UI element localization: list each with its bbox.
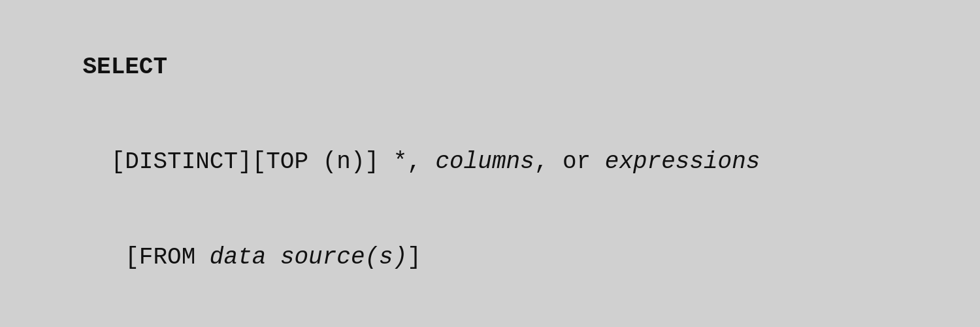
line-select: SELECT xyxy=(26,20,954,115)
text-or: , or xyxy=(534,148,605,175)
text-data-sources: data source(s) xyxy=(210,244,407,271)
text-from-bracket: [FROM xyxy=(82,244,209,271)
keyword-select: SELECT xyxy=(82,54,167,80)
line-join: [JOIN data source xyxy=(26,305,954,327)
text-columns: columns xyxy=(436,148,534,175)
text-indent1: [DISTINCT][TOP (n)] *, xyxy=(82,148,435,175)
text-expressions: expressions xyxy=(605,148,760,175)
line-distinct: [DISTINCT][TOP (n)] *, columns, or expre… xyxy=(26,115,954,211)
code-block: SELECT [DISTINCT][TOP (n)] *, columns, o… xyxy=(0,0,980,327)
line-from: [FROM data source(s)] xyxy=(26,211,954,306)
text-from-close: ] xyxy=(407,244,421,271)
